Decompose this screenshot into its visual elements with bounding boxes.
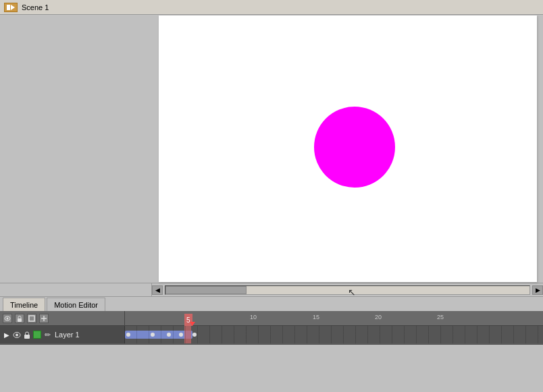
svg-rect-1 (7, 5, 10, 10)
frame-grid (125, 326, 543, 343)
left-panel (0, 15, 152, 283)
tabs-bar: Timeline Motion Editor (0, 296, 543, 311)
circle-object[interactable] (314, 107, 395, 188)
svg-rect-5 (18, 318, 22, 322)
title-bar: Scene 1 (0, 0, 543, 15)
svg-rect-11 (24, 335, 30, 339)
svg-rect-6 (29, 316, 34, 321)
add-layer-icon[interactable] (39, 314, 49, 323)
frames-area (125, 326, 543, 343)
timeline-row: ▶ ✏ Layer 1 (0, 326, 543, 343)
layer-color-box[interactable] (33, 331, 41, 339)
stage (159, 16, 537, 282)
svg-point-10 (16, 333, 18, 336)
layer-expand-icon[interactable]: ▶ (3, 331, 11, 339)
tab-motion-editor[interactable]: Motion Editor (47, 298, 105, 311)
outline-icon[interactable] (27, 314, 36, 323)
layer-name: Layer 1 (55, 331, 80, 339)
h-scrollbar-thumb[interactable] (165, 286, 247, 294)
layer-info: ▶ ✏ Layer 1 (0, 326, 125, 343)
layer-lock-icon[interactable] (23, 331, 31, 339)
left-scroll-space (0, 283, 152, 296)
scrollbar-area: ◀ ↖ ▶ (0, 283, 543, 296)
cursor-indicator: ↖ (348, 287, 356, 292)
tab-timeline[interactable]: Timeline (3, 298, 45, 311)
h-scrollbar-track[interactable]: ↖ (165, 285, 530, 295)
scroll-right-button[interactable]: ▶ (532, 285, 543, 295)
ruler-mark-15: 15 (313, 314, 319, 320)
ruler-mark-25: 25 (437, 314, 444, 320)
timeline-ruler: 5 10 15 20 25 (125, 311, 543, 325)
layer-edit-icon[interactable]: ✏ (43, 331, 51, 339)
svg-point-4 (7, 317, 9, 319)
timeline-controls-col (0, 311, 125, 325)
title-bar-text: Scene 1 (22, 3, 49, 11)
ruler-mark-20: 20 (375, 314, 382, 320)
ruler-mark-10: 10 (250, 314, 257, 320)
stage-container (152, 15, 543, 283)
frame-indicator: 5 (184, 312, 195, 326)
timeline-area: 5 10 15 20 25 ▶ (0, 311, 543, 345)
layer-visibility-icon[interactable] (13, 331, 21, 339)
timeline-header: 5 10 15 20 25 (0, 311, 543, 326)
visibility-icon[interactable] (3, 314, 12, 323)
scene-icon (4, 3, 18, 12)
scroll-left-button[interactable]: ◀ (152, 285, 163, 295)
lock-icon[interactable] (15, 314, 24, 323)
